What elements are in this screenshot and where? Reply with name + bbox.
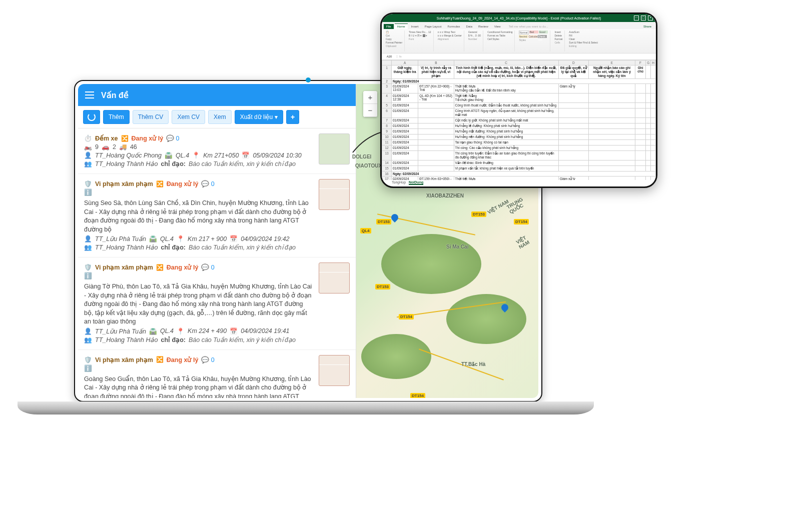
- shuffle-icon: [156, 264, 164, 271]
- ribbon-tab-home[interactable]: Home: [395, 24, 408, 29]
- ribbon-tab-data[interactable]: Data: [463, 24, 475, 29]
- comment-count[interactable]: 0: [201, 356, 214, 364]
- map-label: TT.Bắc Hà: [461, 362, 485, 367]
- issue-status: Đang xử lý: [167, 356, 199, 364]
- ribbon-cells: Insert Delete Format Cells: [552, 30, 565, 52]
- issue-thumbnail[interactable]: [319, 262, 350, 294]
- close-icon[interactable]: ✕: [648, 16, 653, 20]
- comment-count[interactable]: 0: [201, 264, 214, 271]
- add-target-button[interactable]: [286, 110, 299, 124]
- car-icon: 🚗: [102, 143, 110, 150]
- map-label: XIAOBAZIZHEN: [426, 193, 464, 198]
- laptop-base: [18, 402, 594, 414]
- calendar-icon: 📅: [230, 328, 238, 335]
- ribbon-tab-file[interactable]: File: [384, 24, 394, 29]
- shield-icon: 🛡️: [84, 180, 92, 188]
- issue-status: Đang xử lý: [132, 134, 164, 142]
- issue-status: Đang xử lý: [167, 264, 199, 271]
- minimize-icon[interactable]: —: [634, 16, 639, 20]
- toolbar: Thêm Thêm CV Xem CV Xem Xuất dữ liệu: [78, 106, 356, 128]
- issue-thumbnail[interactable]: [319, 134, 350, 164]
- map-zoom: + −: [363, 91, 377, 117]
- export-button[interactable]: Xuất dữ liệu: [235, 110, 283, 124]
- issue-thumbnail[interactable]: [319, 355, 350, 386]
- name-box[interactable]: A20: [382, 55, 397, 58]
- calendar-icon: 📅: [230, 235, 238, 242]
- ribbon-editing: AutoSum Fill Clear Sort & Filter Find & …: [567, 30, 600, 52]
- truck-icon: 🚚: [119, 143, 127, 150]
- issue-kind[interactable]: Vi phạm xâm phạm: [95, 180, 153, 188]
- issue-kind[interactable]: Vi phạm xâm phạm: [95, 356, 153, 364]
- issue-status: Đang xử lý: [167, 180, 199, 188]
- comment-count[interactable]: 0: [166, 134, 179, 142]
- ribbon-number: General $ % , .0 .00 Number: [466, 30, 483, 52]
- issue-item[interactable]: 🛡️ Vi phạm xâm phạm Đang xử lý 0 ℹ️Goàng…: [78, 350, 356, 398]
- excel-titlebar[interactable]: SoNhatKyTuanDuong_24_09_2024_14_43_34.xl…: [382, 14, 656, 22]
- issue-item[interactable]: 🛡️ Vi phạm xâm phạm Đang xử lý 0 ℹ️Sùng …: [78, 174, 356, 258]
- issue-kind[interactable]: Vi phạm xâm phạm: [95, 264, 153, 271]
- road-icon: 🛣️: [149, 328, 157, 335]
- excel-grid[interactable]: ABCDEFGH1Giờ ngày, tháng kiểm traVị trí,…: [382, 60, 656, 180]
- sheet-tab[interactable]: NoiDung: [409, 180, 423, 185]
- zoom-in-button[interactable]: +: [363, 91, 377, 104]
- ribbon-tab-view[interactable]: View: [492, 24, 503, 29]
- comment-count[interactable]: 0: [201, 180, 214, 188]
- users-icon: 👥: [84, 336, 92, 344]
- user-icon: 👤: [84, 152, 92, 159]
- motorbike-icon: 🏍️: [84, 143, 92, 150]
- map-label: TRUNG QUỐC: [506, 189, 538, 214]
- formula-bar[interactable]: A20 fx: [382, 54, 656, 60]
- shuffle-icon: [156, 356, 164, 363]
- map-label: DOLGEI: [352, 154, 371, 160]
- issue-item[interactable]: ⏱️ Đếm xe Đang xử lý 0 🏍️9 🚗2 🚚46: [78, 128, 356, 174]
- info-icon: ℹ️: [84, 272, 92, 280]
- road-shield: QL4: [360, 228, 371, 234]
- ribbon-font: Times New Ro… 12 B I U ▾ 田 ▾ 🅰 ▾ Font: [407, 30, 434, 52]
- excel-ribbon-tabs: File Home Insert Page Layout Formulas Da…: [382, 22, 656, 29]
- shield-icon: 🛡️: [84, 264, 92, 271]
- ribbon-clipboard: 📋 Cut Copy Format Painter Clipboard: [384, 30, 405, 52]
- map-pin[interactable]: [390, 212, 400, 222]
- maximize-icon[interactable]: ▢: [641, 16, 646, 20]
- marker-icon: 📍: [177, 235, 185, 242]
- info-icon: ℹ️: [84, 188, 92, 196]
- add-button[interactable]: Thêm: [103, 110, 130, 124]
- paste-icon[interactable]: 📋: [386, 30, 402, 34]
- user-icon: 👤: [84, 235, 92, 242]
- road-shield: DT154: [410, 393, 425, 398]
- zoom-out-button[interactable]: −: [363, 104, 377, 117]
- users-icon: 👥: [84, 244, 92, 251]
- issue-item[interactable]: 🛡️ Vi phạm xâm phạm Đang xử lý 0 ℹ️Giàng…: [78, 258, 356, 350]
- road-shield: DT153: [376, 219, 391, 224]
- refresh-button[interactable]: [83, 110, 100, 124]
- ribbon-condfmt: Conditional Formatting Format as Table C…: [485, 30, 515, 52]
- user-icon: 👤: [84, 328, 92, 335]
- issue-kind[interactable]: Đếm xe: [95, 134, 118, 142]
- map-label: Si Ma Cai: [446, 244, 468, 250]
- issues-list[interactable]: ⏱️ Đếm xe Đang xử lý 0 🏍️9 🚗2 🚚46: [78, 128, 356, 398]
- map-label: VIỆT NAM: [515, 229, 538, 250]
- shield-icon: 🛡️: [84, 356, 92, 364]
- shuffle-icon: [156, 180, 164, 188]
- add-cv-button[interactable]: Thêm CV: [133, 110, 169, 124]
- issue-thumbnail[interactable]: [319, 179, 350, 210]
- road-icon: 🛣️: [149, 235, 157, 242]
- calendar-icon: 📅: [242, 152, 250, 159]
- share-button[interactable]: Share: [641, 24, 654, 29]
- road-shield: DT153: [375, 284, 390, 290]
- issues-panel: Vấn đề Thêm Thêm CV Xem CV Xem Xuất dữ l…: [78, 84, 356, 398]
- ribbon-tab-pagelayout[interactable]: Page Layout: [422, 24, 444, 29]
- sheet-tabs: TongHop NoiDung: [392, 180, 423, 185]
- view-button[interactable]: Xem: [208, 110, 232, 124]
- sheet-tab[interactable]: TongHop: [392, 180, 406, 185]
- tell-me[interactable]: Tell me what you want to do...: [506, 24, 551, 29]
- view-cv-button[interactable]: Xem CV: [172, 110, 205, 124]
- menu-icon[interactable]: [85, 94, 94, 96]
- shuffle-icon: [121, 135, 129, 142]
- ribbon-tab-formulas[interactable]: Formulas: [445, 24, 462, 29]
- ribbon-styles: NormalBadGood NeutralCalculationCheck Ce…: [517, 30, 550, 52]
- users-icon: 👥: [84, 160, 92, 168]
- ribbon-tab-review[interactable]: Review: [476, 24, 491, 29]
- ribbon-tab-insert[interactable]: Insert: [409, 24, 421, 29]
- refresh-icon: [88, 113, 96, 121]
